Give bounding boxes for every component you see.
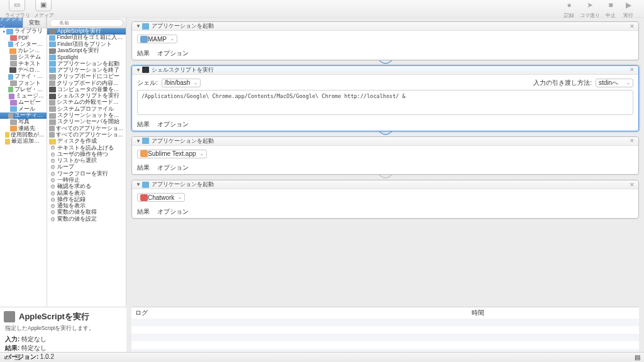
info-description: 指定したAppleScriptを実行します。 bbox=[5, 325, 123, 332]
action-title: アプリケーションを起動 bbox=[152, 180, 630, 189]
close-icon[interactable]: ✕ bbox=[630, 23, 635, 30]
script-textarea[interactable]: /Applications/Google\ Chrome.app/Content… bbox=[137, 90, 633, 115]
app-select[interactable]: Chatwork⌄ bbox=[137, 193, 185, 202]
disclose-icon[interactable]: ▼ bbox=[136, 67, 142, 73]
pass-input-label: 入力の引き渡し方法: bbox=[533, 79, 592, 87]
app-icon bbox=[142, 23, 149, 30]
shell-label: シェル: bbox=[137, 79, 158, 87]
action-list-item[interactable]: 変数の値を設定 bbox=[47, 216, 126, 222]
workflow-canvas[interactable]: ▼ アプリケーションを起動 ✕ MAMP⌄ 結果オプション ▼ シェルスクリプト… bbox=[126, 18, 644, 352]
disclose-icon[interactable]: ▼ bbox=[136, 138, 142, 144]
log-col-time: 時間 bbox=[472, 309, 635, 317]
results-link[interactable]: 結果 bbox=[137, 207, 150, 216]
close-icon[interactable]: ✕ bbox=[630, 67, 635, 73]
action-shell-script[interactable]: ▼ シェルスクリプトを実行 ✕ シェル: /bin/bash⌄ 入力の引き渡し方… bbox=[131, 65, 639, 131]
results-link[interactable]: 結果 bbox=[137, 49, 150, 58]
app-badge-icon bbox=[140, 150, 148, 157]
toolbar-step[interactable]: ➤コマ送り bbox=[580, 0, 600, 19]
app-icon bbox=[142, 138, 149, 144]
toolbar-library[interactable]: ▭ ライブラリ bbox=[5, 0, 30, 19]
options-link[interactable]: オプション bbox=[157, 163, 189, 172]
connector-icon bbox=[131, 175, 639, 181]
action-title: アプリケーションを起動 bbox=[152, 137, 630, 145]
options-link[interactable]: オプション bbox=[157, 207, 189, 216]
disclose-icon[interactable]: ▼ bbox=[136, 182, 142, 187]
results-link[interactable]: 結果 bbox=[137, 120, 150, 129]
tab-variables[interactable]: 変数 bbox=[23, 18, 47, 28]
category-sidebar: アクション 変数 ▼ライブラリPDFインターネットカレンダーシステムテキストデベ… bbox=[0, 18, 47, 352]
action-launch-app-1[interactable]: ▼ アプリケーションを起動 ✕ MAMP⌄ 結果オプション bbox=[131, 21, 639, 60]
action-title: アプリケーションを起動 bbox=[152, 22, 630, 30]
app-select[interactable]: Sublime Text.app⌄ bbox=[137, 150, 207, 158]
terminal-icon bbox=[142, 67, 149, 73]
app-badge-icon bbox=[140, 194, 148, 201]
connector-icon bbox=[131, 60, 639, 67]
toolbar-stop[interactable]: ■中止 bbox=[604, 0, 618, 19]
info-panel: AppleScriptを実行 指定したAppleScriptを実行します。 入力… bbox=[0, 307, 126, 352]
options-link[interactable]: オプション bbox=[157, 49, 189, 58]
search-field[interactable] bbox=[47, 18, 126, 28]
script-icon bbox=[4, 311, 15, 322]
action-list-item[interactable]: JavaScriptを実行 bbox=[47, 48, 126, 54]
log-panel: ログ時間 bbox=[131, 307, 639, 352]
toolbar-run[interactable]: ▶実行 bbox=[621, 0, 635, 19]
close-icon[interactable]: ✕ bbox=[630, 138, 635, 144]
results-link[interactable]: 結果 bbox=[137, 163, 150, 172]
search-input[interactable] bbox=[50, 19, 123, 27]
log-col-log: ログ bbox=[135, 309, 472, 317]
top-toolbar: ▭ ライブラリ ▣ メディア ●記録 ➤コマ送り ■中止 ▶実行 bbox=[0, 0, 644, 18]
app-icon bbox=[142, 182, 149, 188]
action-launch-app-3[interactable]: ▼ アプリケーションを起動 ✕ Chatwork⌄ 結果オプション bbox=[131, 180, 639, 219]
info-title: AppleScriptを実行 bbox=[19, 311, 89, 322]
category-item[interactable]: 最近追加したもの bbox=[0, 138, 47, 145]
toolbar-media[interactable]: ▣ メディア bbox=[34, 0, 54, 19]
disclose-icon[interactable]: ▼ bbox=[136, 23, 142, 29]
close-icon[interactable]: ✕ bbox=[630, 182, 635, 188]
shell-select[interactable]: /bin/bash⌄ bbox=[162, 79, 201, 87]
action-title: シェルスクリプトを実行 bbox=[152, 66, 630, 74]
options-link[interactable]: オプション bbox=[157, 120, 189, 129]
tab-actions[interactable]: アクション bbox=[0, 18, 23, 28]
app-badge-icon bbox=[140, 36, 148, 43]
category-item[interactable]: ▼ライブラリ bbox=[0, 28, 47, 35]
action-launch-app-2[interactable]: ▼ アプリケーションを起動 ✕ Sublime Text.app⌄ 結果オプショ… bbox=[131, 136, 639, 175]
pass-input-select[interactable]: stdinへ⌄ bbox=[596, 79, 633, 87]
app-select[interactable]: MAMP⌄ bbox=[137, 35, 177, 43]
connector-icon bbox=[131, 131, 639, 138]
actions-sidebar: AppleScriptを実行Finder項目をゴミ箱に入れるFinder項目をプ… bbox=[47, 18, 126, 352]
status-icon[interactable]: ▤ bbox=[635, 354, 640, 361]
toolbar-record[interactable]: ●記録 bbox=[562, 0, 576, 19]
